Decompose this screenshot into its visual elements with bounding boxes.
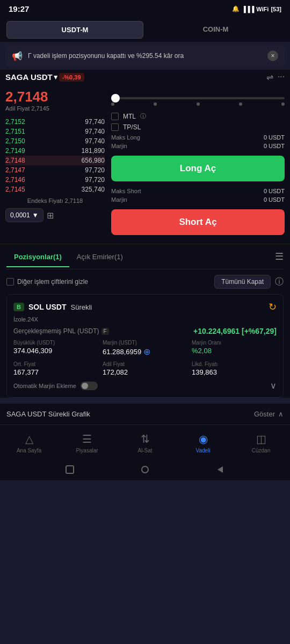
wifi-icon: WiFi [256,6,269,12]
slider-dot-4 [281,103,285,106]
symbol-action-icons: ⇌ ··· [266,72,285,82]
stat-liq-price-label: Likd. Fiyatı [192,361,277,367]
bid-qty-1: 656,980 [82,157,105,164]
tab-coin-m[interactable]: COIN-M [148,21,284,39]
main-trading-area: 2,7148 Adil Fiyat 2,7145 2,7152 97,740 2… [0,82,290,244]
positions-section: Pozisyonlar(1) Açık Emirler(1) ☰ Diğer i… [0,244,290,398]
slider-track[interactable] [111,97,285,99]
mtl-checkbox[interactable] [111,113,119,120]
mtl-info-icon[interactable]: ⓘ [140,112,146,120]
filter-row: Diğer işlem çiftlerini gizle Tümünü Kapa… [6,275,284,289]
status-time: 19:27 [9,4,29,13]
more-icon[interactable]: ··· [278,72,285,82]
leverage-slider-container [111,97,285,106]
order-type-select[interactable]: 0,0001 ▼ [5,208,44,222]
maks-short-label: Maks Short [111,188,141,194]
nav-futures[interactable]: ◉ Vadeli [174,430,232,456]
stat-size: Büyüklük (USDT) 374.046,309 [13,340,98,357]
stat-margin-value-row: 61.288,6959 ⊕ [103,347,187,357]
nav-trade-label: Al-Sat [137,448,152,453]
pnl-value: +10.224,6961 [+%67,29] [193,327,277,335]
nav-wallet[interactable]: ◫ Cüzdan [232,430,290,456]
stat-avg-price: Ort. Fiyat 167,377 [13,361,98,376]
phone-square-button[interactable] [63,463,76,476]
stat-size-label: Büyüklük (USDT) [13,340,98,346]
tpsl-label: TP/SL [123,123,141,131]
position-header: B SOL USDT Sürekli ↻ [13,301,277,313]
battery-icon: [53] [271,6,281,12]
notification-close-button[interactable]: × [267,50,278,61]
ask-row-2: 2,7151 97,740 [5,127,105,136]
auto-margin-row: Otomatik Marjin Ekleme ∨ [13,380,277,391]
hide-other-pairs-label: Diğer işlem çiftlerini gizle [17,278,88,286]
share-icon[interactable]: ⇌ [266,72,273,82]
tab-usdt-m[interactable]: USDT-M [6,21,143,39]
order-controls: 0,0001 ▼ ⊞ [5,208,105,222]
maks-long-value: 0 USDT [264,134,285,141]
orderbook: 2,7152 97,740 2,7151 97,740 2,7150 97,74… [5,117,105,194]
stat-size-value: 374.046,309 [13,347,98,355]
ask-qty-4: 181,890 [82,147,105,155]
fair-price-value: 2,7145 [31,105,49,112]
filter-info-icon[interactable]: ⓘ [275,276,284,288]
short-open-button[interactable]: Short Aç [111,209,285,235]
bid-price-4: 2,7145 [5,186,25,193]
chart-label: SAGA USDT Sürekli Grafik [6,410,90,418]
long-open-button[interactable]: Long Aç [111,156,285,181]
expand-position-button[interactable]: ∨ [270,380,277,391]
stat-liq-price-value: 139,863 [192,368,277,376]
wallet-icon: ◫ [256,433,266,445]
ask-row-1: 2,7152 97,740 [5,117,105,127]
chart-show-label: Göster [254,410,275,418]
grid-view-icon[interactable]: ⊞ [47,210,54,221]
symbol-name[interactable]: SAGA USDT [5,72,53,82]
svg-rect-0 [66,466,74,473]
order-type-value: 0,0001 [10,211,30,219]
nav-home[interactable]: △ Ana Sayfa [0,430,58,456]
tab-open-orders[interactable]: Açık Emirler(1) [69,246,130,267]
index-price: Endeks Fiyatı 2,7118 [5,197,105,204]
maks-long-row: Maks Long 0 USDT [111,134,285,141]
hide-other-pairs-checkbox[interactable] [6,278,14,286]
position-refresh-icon[interactable]: ↻ [269,301,277,313]
phone-home-button[interactable] [139,463,151,476]
ask-row-3: 2,7150 97,740 [5,136,105,146]
home-icon: △ [25,433,33,445]
filter-left: Diğer işlem çiftlerini gizle [6,278,88,286]
stat-avg-price-label: Ort. Fiyat [13,361,98,367]
chart-show-button[interactable]: Göster ∧ [254,410,284,418]
ask-qty-1: 97,740 [85,118,105,126]
bid-row-3: 2,7146 97,720 [5,175,105,185]
tab-positions[interactable]: Pozisyonlar(1) [6,246,69,267]
pnl-badge: F [102,328,109,335]
close-all-button[interactable]: Tümünü Kapat [214,275,271,289]
auto-margin-toggle[interactable] [81,382,98,390]
stat-margin-rate-label: Marjin Oranı [192,340,277,346]
fair-price-label: Adil Fiyat [5,105,30,112]
status-icons: 🔔 ▐▐▐ WiFi [53] [232,5,281,12]
svg-marker-2 [218,466,223,473]
futures-icon: ◉ [199,433,208,445]
tpsl-checkbox[interactable] [111,123,119,131]
ask-row-4: 2,7149 181,890 [5,146,105,156]
notification-text: Γ vadeli işlem pozisyonunu kapattı ve %2… [28,52,262,60]
nav-trade[interactable]: ⇅ Al-Sat [116,430,174,456]
slider-dot-3 [239,103,242,106]
bid-row-2: 2,7147 97,720 [5,165,105,175]
stat-liq-price: Likd. Fiyatı 139,863 [192,361,277,376]
nav-home-label: Ana Sayfa [17,448,41,453]
add-margin-button[interactable]: ⊕ [143,347,150,357]
positions-menu-icon[interactable]: ☰ [275,244,284,269]
phone-back-button[interactable] [214,463,227,476]
maks-long-label: Maks Long [111,134,140,141]
toggle-thumb [82,383,88,389]
bid-qty-4: 325,740 [82,186,105,193]
nav-markets-label: Piyasalar [76,448,98,453]
nav-markets[interactable]: ☰ Piyasalar [58,430,116,456]
main-price: 2,7148 [5,89,105,105]
position-type: Sürekli [70,303,92,311]
slider-thumb[interactable] [111,94,120,103]
phone-controls [0,459,290,480]
position-direction-badge: B [13,303,24,311]
symbol-dropdown-arrow[interactable]: ▼ [53,74,59,81]
